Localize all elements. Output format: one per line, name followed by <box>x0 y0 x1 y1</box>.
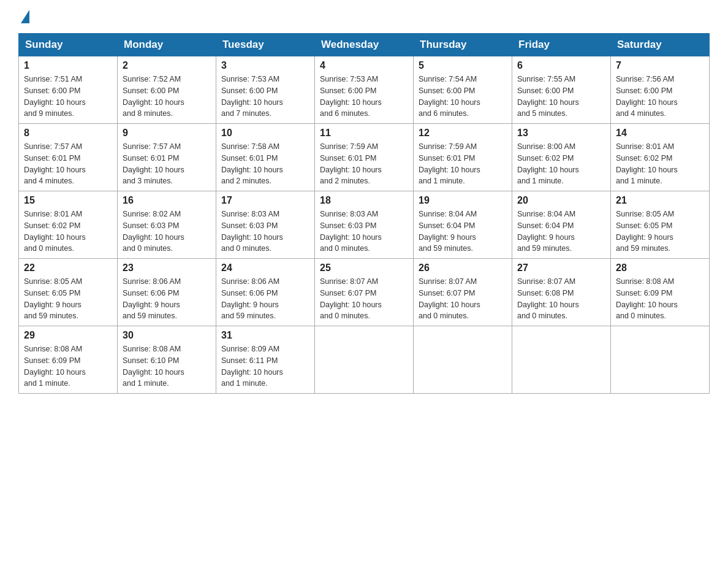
day-number: 1 <box>24 60 112 71</box>
calendar-cell: 16Sunrise: 8:02 AMSunset: 6:03 PMDayligh… <box>118 191 216 259</box>
day-info: Sunrise: 8:01 AMSunset: 6:02 PMDaylight:… <box>24 209 112 255</box>
page-header <box>18 12 710 21</box>
week-row-5: 29Sunrise: 8:08 AMSunset: 6:09 PMDayligh… <box>19 326 710 394</box>
day-info: Sunrise: 8:08 AMSunset: 6:10 PMDaylight:… <box>123 343 211 389</box>
day-number: 8 <box>24 128 112 139</box>
day-number: 26 <box>419 262 507 274</box>
day-info: Sunrise: 7:53 AMSunset: 6:00 PMDaylight:… <box>320 74 408 120</box>
day-number: 28 <box>616 262 704 274</box>
calendar-cell: 28Sunrise: 8:08 AMSunset: 6:09 PMDayligh… <box>611 259 710 326</box>
calendar-cell: 9Sunrise: 7:57 AMSunset: 6:01 PMDaylight… <box>118 124 216 191</box>
day-info: Sunrise: 7:56 AMSunset: 6:00 PMDaylight:… <box>616 74 704 120</box>
day-number: 2 <box>123 60 211 71</box>
calendar-header-row: SundayMondayTuesdayWednesdayThursdayFrid… <box>19 34 710 56</box>
calendar-cell: 21Sunrise: 8:05 AMSunset: 6:05 PMDayligh… <box>611 191 710 259</box>
day-number: 20 <box>517 195 605 206</box>
day-number: 4 <box>320 60 408 71</box>
day-number: 25 <box>320 262 408 274</box>
calendar-cell: 6Sunrise: 7:55 AMSunset: 6:00 PMDaylight… <box>512 56 611 124</box>
column-header-friday: Friday <box>512 34 611 56</box>
logo-triangle-icon <box>21 10 29 23</box>
day-number: 27 <box>517 262 605 274</box>
day-number: 23 <box>123 262 211 274</box>
calendar-cell: 8Sunrise: 7:57 AMSunset: 6:01 PMDaylight… <box>19 124 118 191</box>
day-info: Sunrise: 8:05 AMSunset: 6:05 PMDaylight:… <box>616 209 704 255</box>
day-number: 9 <box>123 128 211 139</box>
column-header-saturday: Saturday <box>611 34 710 56</box>
day-info: Sunrise: 8:04 AMSunset: 6:04 PMDaylight:… <box>419 209 507 255</box>
day-number: 31 <box>221 330 309 341</box>
week-row-3: 15Sunrise: 8:01 AMSunset: 6:02 PMDayligh… <box>19 191 710 259</box>
calendar-cell: 5Sunrise: 7:54 AMSunset: 6:00 PMDaylight… <box>414 56 512 124</box>
calendar-cell: 13Sunrise: 8:00 AMSunset: 6:02 PMDayligh… <box>512 124 611 191</box>
day-number: 29 <box>24 330 112 341</box>
calendar-cell: 30Sunrise: 8:08 AMSunset: 6:10 PMDayligh… <box>118 326 216 394</box>
day-number: 30 <box>123 330 211 341</box>
calendar-cell: 15Sunrise: 8:01 AMSunset: 6:02 PMDayligh… <box>19 191 118 259</box>
column-header-tuesday: Tuesday <box>216 34 315 56</box>
day-info: Sunrise: 7:52 AMSunset: 6:00 PMDaylight:… <box>123 74 211 120</box>
day-info: Sunrise: 7:53 AMSunset: 6:00 PMDaylight:… <box>221 74 309 120</box>
week-row-2: 8Sunrise: 7:57 AMSunset: 6:01 PMDaylight… <box>19 124 710 191</box>
day-number: 13 <box>517 128 605 139</box>
calendar-cell <box>512 326 611 394</box>
day-number: 22 <box>24 262 112 274</box>
day-info: Sunrise: 8:07 AMSunset: 6:08 PMDaylight:… <box>517 276 605 322</box>
calendar-cell: 14Sunrise: 8:01 AMSunset: 6:02 PMDayligh… <box>611 124 710 191</box>
calendar-table: SundayMondayTuesdayWednesdayThursdayFrid… <box>18 33 710 394</box>
logo <box>18 12 29 21</box>
calendar-cell: 25Sunrise: 8:07 AMSunset: 6:07 PMDayligh… <box>315 259 414 326</box>
day-info: Sunrise: 8:07 AMSunset: 6:07 PMDaylight:… <box>419 276 507 322</box>
day-number: 15 <box>24 195 112 206</box>
day-number: 17 <box>221 195 309 206</box>
calendar-cell: 24Sunrise: 8:06 AMSunset: 6:06 PMDayligh… <box>216 259 315 326</box>
calendar-cell: 26Sunrise: 8:07 AMSunset: 6:07 PMDayligh… <box>414 259 512 326</box>
day-info: Sunrise: 8:03 AMSunset: 6:03 PMDaylight:… <box>320 209 408 255</box>
day-info: Sunrise: 8:05 AMSunset: 6:05 PMDaylight:… <box>24 276 112 322</box>
day-info: Sunrise: 7:57 AMSunset: 6:01 PMDaylight:… <box>24 141 112 187</box>
calendar-cell: 18Sunrise: 8:03 AMSunset: 6:03 PMDayligh… <box>315 191 414 259</box>
day-info: Sunrise: 8:06 AMSunset: 6:06 PMDaylight:… <box>221 276 309 322</box>
day-number: 19 <box>419 195 507 206</box>
day-info: Sunrise: 7:59 AMSunset: 6:01 PMDaylight:… <box>320 141 408 187</box>
day-number: 3 <box>221 60 309 71</box>
day-info: Sunrise: 7:55 AMSunset: 6:00 PMDaylight:… <box>517 74 605 120</box>
day-number: 7 <box>616 60 704 71</box>
day-info: Sunrise: 8:08 AMSunset: 6:09 PMDaylight:… <box>24 343 112 389</box>
day-info: Sunrise: 7:51 AMSunset: 6:00 PMDaylight:… <box>24 74 112 120</box>
day-info: Sunrise: 8:09 AMSunset: 6:11 PMDaylight:… <box>221 343 309 389</box>
calendar-cell: 23Sunrise: 8:06 AMSunset: 6:06 PMDayligh… <box>118 259 216 326</box>
day-info: Sunrise: 7:59 AMSunset: 6:01 PMDaylight:… <box>419 141 507 187</box>
day-number: 5 <box>419 60 507 71</box>
calendar-cell: 27Sunrise: 8:07 AMSunset: 6:08 PMDayligh… <box>512 259 611 326</box>
calendar-cell: 1Sunrise: 7:51 AMSunset: 6:00 PMDaylight… <box>19 56 118 124</box>
day-info: Sunrise: 7:54 AMSunset: 6:00 PMDaylight:… <box>419 74 507 120</box>
calendar-cell: 10Sunrise: 7:58 AMSunset: 6:01 PMDayligh… <box>216 124 315 191</box>
day-info: Sunrise: 8:07 AMSunset: 6:07 PMDaylight:… <box>320 276 408 322</box>
day-info: Sunrise: 8:02 AMSunset: 6:03 PMDaylight:… <box>123 209 211 255</box>
calendar-cell: 12Sunrise: 7:59 AMSunset: 6:01 PMDayligh… <box>414 124 512 191</box>
day-number: 14 <box>616 128 704 139</box>
day-number: 18 <box>320 195 408 206</box>
calendar-cell: 2Sunrise: 7:52 AMSunset: 6:00 PMDaylight… <box>118 56 216 124</box>
column-header-wednesday: Wednesday <box>315 34 414 56</box>
day-info: Sunrise: 8:08 AMSunset: 6:09 PMDaylight:… <box>616 276 704 322</box>
column-header-sunday: Sunday <box>19 34 118 56</box>
calendar-cell <box>315 326 414 394</box>
day-number: 6 <box>517 60 605 71</box>
day-info: Sunrise: 8:00 AMSunset: 6:02 PMDaylight:… <box>517 141 605 187</box>
day-number: 24 <box>221 262 309 274</box>
day-number: 16 <box>123 195 211 206</box>
calendar-cell: 17Sunrise: 8:03 AMSunset: 6:03 PMDayligh… <box>216 191 315 259</box>
calendar-cell: 11Sunrise: 7:59 AMSunset: 6:01 PMDayligh… <box>315 124 414 191</box>
day-info: Sunrise: 8:03 AMSunset: 6:03 PMDaylight:… <box>221 209 309 255</box>
column-header-monday: Monday <box>118 34 216 56</box>
calendar-cell: 19Sunrise: 8:04 AMSunset: 6:04 PMDayligh… <box>414 191 512 259</box>
day-info: Sunrise: 7:57 AMSunset: 6:01 PMDaylight:… <box>123 141 211 187</box>
calendar-cell: 7Sunrise: 7:56 AMSunset: 6:00 PMDaylight… <box>611 56 710 124</box>
calendar-cell <box>414 326 512 394</box>
day-number: 21 <box>616 195 704 206</box>
calendar-cell: 31Sunrise: 8:09 AMSunset: 6:11 PMDayligh… <box>216 326 315 394</box>
day-info: Sunrise: 8:06 AMSunset: 6:06 PMDaylight:… <box>123 276 211 322</box>
day-info: Sunrise: 8:01 AMSunset: 6:02 PMDaylight:… <box>616 141 704 187</box>
